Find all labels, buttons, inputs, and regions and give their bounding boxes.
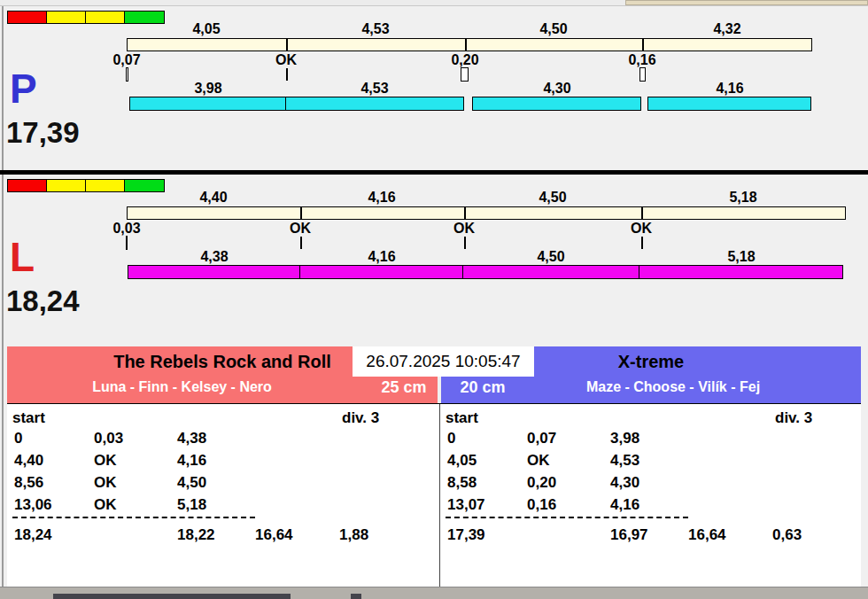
split-time-cell: OK [94, 496, 117, 514]
split-time-cell: 5,18 [177, 496, 206, 514]
run-time-bar-segment [285, 97, 464, 111]
traffic-light-cell [86, 180, 125, 191]
team-results-table-right: startdiv. 300,073,984,05OK4,538,580,204,… [440, 404, 861, 587]
split-time-cell: 4,30 [610, 474, 639, 492]
total-cell: 16,64 [688, 526, 726, 544]
team-members: Luna - Finn - Kelsey - Nero [7, 379, 357, 395]
sectional-time-label: 4,16 [351, 190, 413, 206]
sectional-time-bar [127, 38, 812, 51]
run-time-bar-segment [129, 97, 286, 111]
sectional-time-label: 4,50 [523, 21, 585, 37]
total-cell: 16,64 [255, 526, 293, 544]
run-time-bar-segment [128, 265, 300, 279]
run-time-label: 4,16 [351, 249, 413, 265]
traffic-light-cell [47, 12, 86, 23]
traffic-light-cell [8, 180, 47, 191]
run-time-bar-segment [639, 265, 843, 279]
changeover-label: OK [433, 221, 495, 237]
traffic-light-cell [47, 180, 86, 191]
lane-total-time: 18,24 [6, 286, 80, 315]
traffic-light-strip [7, 179, 165, 192]
split-time-cell: OK [94, 474, 117, 492]
table-div-label: div. 3 [342, 409, 379, 427]
sectional-time-label: 4,32 [696, 21, 758, 37]
split-time-cell: 0 [447, 430, 455, 447]
lane-panel-L: L18,244,404,164,505,180,03OKOKOK4,384,16… [0, 175, 868, 341]
sectional-time-label: 4,40 [182, 190, 244, 206]
total-cell: 18,22 [177, 526, 215, 544]
sectional-time-label: 4,05 [175, 21, 237, 37]
split-time-cell: 13,06 [14, 496, 52, 514]
changeover-gap-box [126, 67, 128, 82]
split-time-cell: 4,16 [610, 496, 639, 514]
taskbar-strip [0, 587, 868, 599]
run-time-label: 4,53 [344, 81, 406, 97]
run-time-bar-segment [647, 97, 811, 111]
table-start-label: start [446, 409, 478, 427]
split-time-cell: 4,05 [447, 452, 477, 470]
traffic-light-cell [125, 180, 164, 191]
run-time-label: 4,38 [183, 249, 245, 265]
split-time-cell: OK [527, 452, 550, 470]
changeover-label: OK [269, 221, 331, 237]
window-top-edge [0, 0, 868, 6]
sectional-time-label: 4,53 [345, 21, 407, 37]
changeover-label: OK [255, 52, 317, 68]
split-time-cell: 4,50 [177, 474, 206, 492]
sectional-time-label: 4,50 [522, 190, 584, 206]
split-time-cell: 4,38 [177, 430, 206, 447]
taskbar-remnant [53, 594, 291, 599]
size-category-label: 20 cm [447, 378, 518, 397]
traffic-light-cell [125, 12, 164, 23]
split-time-cell: 4,16 [177, 452, 206, 470]
bar-divider [641, 206, 643, 220]
run-time-label: 3,98 [177, 81, 239, 97]
changeover-gap-box [639, 67, 646, 82]
changeover-label: OK [610, 221, 672, 237]
table-div-label: div. 3 [775, 409, 812, 427]
window-top-edge-tan [625, 0, 868, 5]
split-time-cell: 8,58 [447, 474, 477, 492]
total-cell: 16,97 [610, 526, 648, 544]
run-time-bar-segment [299, 265, 463, 279]
table-start-label: start [12, 409, 45, 427]
run-time-label: 4,16 [699, 81, 761, 97]
taskbar-remnant [351, 594, 361, 599]
split-time-cell: 4,53 [610, 452, 639, 470]
split-time-cell: 13,07 [447, 496, 485, 514]
run-time-label: 4,30 [526, 81, 588, 97]
split-time-cell: 0,16 [527, 496, 556, 514]
lane-panel-P: P17,394,054,534,504,320,07OK0,200,163,98… [0, 6, 868, 170]
results-area: startdiv. 300,034,384,40OK4,168,56OK4,50… [7, 403, 861, 587]
changeover-gap-box [126, 236, 128, 250]
split-time-cell: 0,03 [94, 430, 123, 447]
datetime-display: 26.07.2025 10:05:47 [353, 346, 534, 377]
bar-divider [465, 38, 467, 51]
split-time-cell: 0,20 [527, 474, 556, 492]
bar-divider [464, 206, 466, 220]
team-members: Maze - Choose - Vilík - Fej [485, 379, 861, 395]
changeover-tick [464, 237, 466, 249]
changeover-tick [641, 237, 643, 249]
lane-total-time: 17,39 [6, 118, 80, 147]
changeover-label: 0,16 [611, 52, 673, 68]
traffic-light-cell [86, 12, 125, 23]
lane-letter: L [10, 237, 35, 277]
changeover-tick [286, 68, 288, 81]
split-time-cell: 0 [14, 430, 22, 447]
bar-divider [286, 38, 288, 51]
bar-divider [300, 206, 302, 220]
totals-separator [446, 517, 688, 518]
run-time-bar-segment [472, 97, 641, 111]
timing-scoreboard-window: P17,394,054,534,504,320,07OK0,200,163,98… [0, 0, 868, 599]
run-time-label: 4,50 [520, 249, 582, 265]
total-cell: 0,63 [772, 526, 802, 544]
split-time-cell: 0,07 [527, 430, 556, 447]
changeover-label: 0,07 [96, 52, 158, 68]
total-cell: 18,24 [14, 526, 52, 544]
traffic-light-strip [7, 11, 165, 24]
lane-letter: P [10, 68, 37, 109]
sectional-time-label: 5,18 [712, 190, 774, 206]
total-cell: 1,88 [339, 526, 368, 544]
total-cell: 17,39 [447, 526, 485, 544]
